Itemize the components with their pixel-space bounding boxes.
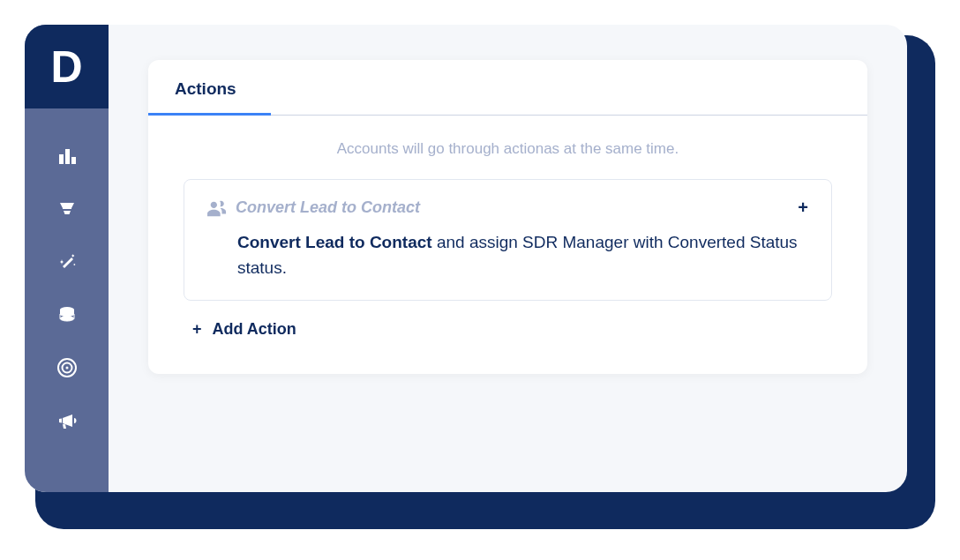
svg-rect-0 xyxy=(59,154,64,164)
card-body: Accounts will go through actionas at the… xyxy=(148,116,867,374)
hint-text: Accounts will go through actionas at the… xyxy=(184,140,832,158)
card-header: Actions xyxy=(148,60,867,116)
sidebar: D xyxy=(25,25,109,492)
sidebar-nav xyxy=(55,108,79,433)
target-icon[interactable] xyxy=(55,355,79,380)
plus-icon: + xyxy=(192,320,202,339)
logo-block: D xyxy=(25,25,109,108)
people-icon xyxy=(207,199,227,217)
action-item-header: Convert Lead to Contact + xyxy=(207,198,808,218)
action-item: Convert Lead to Contact + Convert Lead t… xyxy=(184,179,832,301)
action-item-left: Convert Lead to Contact xyxy=(207,198,420,217)
action-item-label: Convert Lead to Contact xyxy=(236,198,420,217)
svg-rect-1 xyxy=(65,149,70,164)
action-desc-bold: Convert Lead to Contact xyxy=(237,233,432,251)
logo-icon: D xyxy=(50,41,82,93)
add-action-label: Add Action xyxy=(213,320,296,339)
main-area: Actions Accounts will go through actiona… xyxy=(109,25,907,492)
actions-card: Actions Accounts will go through actiona… xyxy=(148,60,867,374)
app-window: D Actions xyxy=(25,25,907,492)
wand-icon[interactable] xyxy=(55,250,79,274)
megaphone-icon[interactable] xyxy=(55,408,79,433)
funnel-icon[interactable] xyxy=(55,197,79,221)
svg-point-8 xyxy=(65,367,68,370)
bar-chart-icon[interactable] xyxy=(55,144,79,168)
card-title: Actions xyxy=(175,79,841,99)
svg-point-5 xyxy=(60,316,74,321)
progress-indicator xyxy=(148,113,271,116)
add-action-button[interactable]: + Add Action xyxy=(184,320,832,339)
expand-action-button[interactable]: + xyxy=(798,198,808,218)
action-description: Convert Lead to Contact and assign SDR M… xyxy=(207,230,808,280)
svg-rect-2 xyxy=(71,157,76,164)
database-icon[interactable] xyxy=(55,302,79,327)
